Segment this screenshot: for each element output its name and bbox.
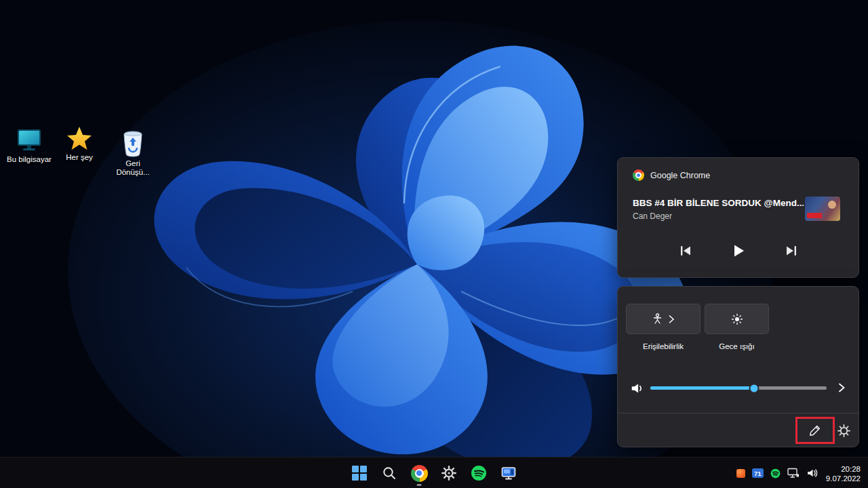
- desktop-icon-this-pc[interactable]: Bu bilgisayar: [4, 127, 54, 164]
- tray-app-button[interactable]: [733, 462, 749, 485]
- desktop-icon-her-sey[interactable]: Her şey: [54, 126, 104, 162]
- start-button[interactable]: [346, 460, 373, 487]
- thumbnail-decor: [828, 201, 836, 209]
- tray-date: 9.07.2022: [826, 474, 861, 483]
- edit-quick-settings-button[interactable]: [802, 420, 829, 441]
- volume-slider-fill: [650, 386, 754, 390]
- previous-icon: [678, 243, 693, 258]
- tray-battery-button[interactable]: 71: [749, 462, 767, 485]
- start-logo-square: [360, 474, 367, 481]
- gear-icon: [441, 465, 457, 481]
- this-pc-icon: [14, 127, 44, 153]
- highlight-box: [795, 417, 835, 444]
- chrome-icon: [633, 169, 644, 181]
- running-indicator: [417, 484, 422, 486]
- accessibility-icon: [652, 313, 663, 325]
- system-tray: 71: [733, 458, 867, 488]
- volume-tray-button[interactable]: [803, 462, 822, 485]
- media-app-name: Google Chrome: [650, 171, 710, 180]
- pencil-icon: [808, 424, 822, 437]
- network-icon: [787, 468, 800, 479]
- start-logo-square: [352, 466, 359, 472]
- play-icon: [730, 243, 747, 259]
- orange-app-icon: [736, 469, 745, 478]
- next-icon: [784, 243, 799, 258]
- desktop: Bu bilgisayar Her şey Geri Dönüşü... Goo…: [0, 0, 868, 488]
- accessibility-label: Erişilebilirlik: [626, 342, 701, 350]
- desktop-icon-label: Geri Dönüşü...: [108, 159, 157, 177]
- quick-settings-panel: Erişilebilirlik Gece ışığı: [617, 286, 859, 447]
- divider: [618, 413, 859, 413]
- media-title: BBS #4 BİR BİLENE SORDUK @Mend...: [633, 198, 804, 208]
- media-artist: Can Deger: [633, 211, 672, 221]
- search-button[interactable]: [376, 460, 403, 487]
- settings-taskbar-button[interactable]: [435, 460, 462, 487]
- gear-icon: [837, 424, 851, 438]
- previous-track-button[interactable]: [673, 239, 698, 262]
- tray-time: 20:28: [841, 464, 861, 474]
- next-track-button[interactable]: [779, 239, 804, 262]
- search-icon: [382, 466, 397, 481]
- taskbar: 71: [0, 457, 868, 488]
- windows-logo-icon: [352, 466, 367, 481]
- settings-button[interactable]: [836, 423, 851, 438]
- chevron-right-icon: [837, 382, 846, 393]
- network-button[interactable]: [784, 462, 803, 485]
- media-flyout: Google Chrome BBS #4 BİR BİLENE SORDUK @…: [617, 157, 859, 278]
- desktop-icon-label: Her şey: [66, 153, 93, 162]
- night-light-icon: [731, 313, 743, 325]
- volume-slider[interactable]: [650, 386, 827, 390]
- start-logo-square: [352, 474, 359, 481]
- screen-capture-taskbar-button[interactable]: [495, 460, 522, 487]
- chevron-right-icon: [668, 314, 675, 324]
- recycle-bin-icon: [121, 129, 144, 157]
- chrome-icon: [411, 465, 428, 482]
- spotify-icon: [770, 468, 781, 479]
- battery-badge: 71: [752, 468, 764, 478]
- speaker-icon: [806, 468, 818, 479]
- volume-slider-thumb[interactable]: [749, 383, 760, 393]
- chrome-taskbar-button[interactable]: [406, 460, 433, 487]
- media-thumbnail[interactable]: [805, 197, 840, 221]
- night-light-label: Gece ışığı: [705, 342, 769, 350]
- media-flyout-header: Google Chrome: [633, 169, 710, 181]
- thumbnail-decor: [807, 213, 822, 218]
- night-light-tile[interactable]: [705, 304, 769, 334]
- spotify-icon: [471, 465, 487, 481]
- accessibility-tile[interactable]: [626, 304, 701, 334]
- audio-output-chevron[interactable]: [835, 381, 848, 394]
- media-controls: [618, 239, 859, 262]
- play-button[interactable]: [726, 239, 751, 262]
- spotify-taskbar-button[interactable]: [465, 460, 492, 487]
- tray-spotify-button[interactable]: [767, 462, 784, 485]
- desktop-icon-recycle-bin[interactable]: Geri Dönüşü...: [108, 129, 157, 177]
- star-icon: [66, 126, 92, 151]
- desktop-icon-label: Bu bilgisayar: [7, 155, 52, 164]
- taskbar-center: [346, 460, 522, 487]
- monitor-app-icon: [500, 465, 517, 481]
- start-logo-square: [360, 466, 367, 472]
- volume-icon: [630, 382, 645, 395]
- clock[interactable]: 20:28 9.07.2022: [822, 463, 867, 483]
